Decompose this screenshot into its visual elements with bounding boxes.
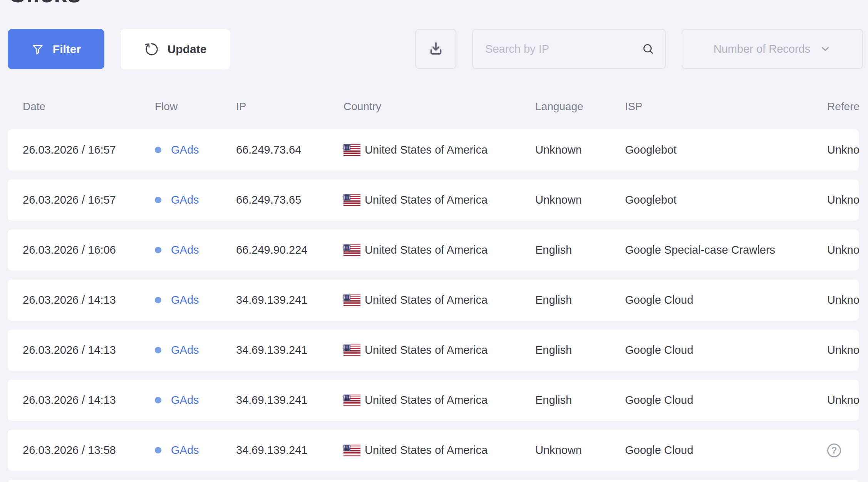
cell-date: 26.03.2026 / 13:58	[23, 444, 155, 457]
table-body: 26.03.2026 / 16:57 GAds 66.249.73.64 Uni…	[8, 129, 859, 482]
column-header-ip: IP	[236, 100, 344, 113]
us-flag-icon	[344, 194, 360, 206]
records-count-select[interactable]: Number of Records	[682, 29, 863, 69]
cell-isp: Google Cloud	[625, 444, 827, 457]
cell-referer: Unknown ?	[827, 144, 859, 156]
cell-text: United States of America	[365, 244, 488, 256]
flow-status-dot	[155, 247, 161, 253]
flow-link[interactable]: GAds	[171, 144, 199, 156]
us-flag-icon	[344, 244, 360, 256]
flow-link[interactable]: GAds	[171, 194, 199, 206]
cell-date: 26.03.2026 / 14:13	[23, 394, 155, 407]
column-header-isp: ISP	[625, 100, 827, 113]
update-button[interactable]: Update	[121, 29, 230, 69]
cell-isp: Google Cloud	[625, 344, 827, 356]
cell-flow: GAds	[155, 194, 236, 206]
filter-button-label: Filter	[53, 43, 81, 56]
chevron-down-icon	[819, 43, 831, 55]
records-count-value: Number of Records	[714, 43, 810, 55]
cell-isp: Google Special-case Crawlers	[625, 244, 827, 256]
cell-referer: Unknown ?	[827, 244, 859, 256]
flow-link[interactable]: GAds	[171, 444, 199, 457]
cell-country: United States of America	[344, 144, 535, 156]
cell-flow: GAds	[155, 294, 236, 306]
table-row: 26.03.2026 / 14:13 GAds 34.69.139.241 Un…	[8, 330, 859, 371]
column-header-language: Language	[535, 100, 625, 113]
cell-country: United States of America	[344, 294, 535, 306]
table-header-row: Date Flow IP Country Language ISP Refere…	[8, 94, 859, 119]
table-row: 26.03.2026 / 14:13 GAds 34.69.139.241 Un…	[8, 380, 859, 421]
cell-isp: Googlebot	[625, 194, 827, 206]
clicks-table: Date Flow IP Country Language ISP Refere…	[8, 94, 859, 482]
cell-isp: Google Cloud	[625, 394, 827, 407]
filter-button[interactable]: Filter	[8, 29, 104, 69]
cell-country: United States of America	[344, 194, 535, 206]
cell-text: United States of America	[365, 394, 488, 407]
funnel-icon	[31, 43, 44, 56]
us-flag-icon	[344, 395, 360, 406]
cell-date: 26.03.2026 / 16:57	[23, 194, 155, 206]
us-flag-icon	[344, 445, 360, 456]
table-row: 26.03.2026 / 16:57 GAds 66.249.73.65 Uni…	[8, 179, 859, 221]
cell-flow: GAds	[155, 144, 236, 156]
flow-status-dot	[155, 347, 161, 353]
flow-link[interactable]: GAds	[171, 294, 199, 306]
search-box	[472, 29, 666, 69]
cell-language: Unknown	[535, 194, 625, 206]
cell-text: Unknown	[827, 194, 859, 206]
flow-status-dot	[155, 297, 161, 303]
cell-flow: GAds	[155, 344, 236, 356]
cell-ip: 34.69.139.241	[236, 444, 344, 457]
cell-language: English	[535, 344, 625, 356]
help-icon[interactable]: ?	[827, 444, 841, 457]
cell-referer: Unknown ?	[827, 344, 859, 356]
search-input[interactable]	[473, 30, 641, 68]
table-row: 26.03.2026 / 13:58 GAds 34.69.139.241 Un…	[8, 430, 859, 471]
cell-language: Unknown	[535, 444, 625, 457]
download-button[interactable]	[415, 29, 456, 69]
cell-text: Unknown	[827, 144, 859, 156]
cell-text: Unknown	[827, 294, 859, 306]
cell-isp: Googlebot	[625, 144, 827, 156]
cell-text: Unknown	[827, 244, 859, 256]
cell-language: English	[535, 294, 625, 306]
cell-ip: 34.69.139.241	[236, 344, 344, 356]
cell-ip: 34.69.139.241	[236, 394, 344, 407]
cell-country: United States of America	[344, 444, 535, 457]
cell-text: United States of America	[365, 294, 488, 306]
flow-status-dot	[155, 397, 161, 403]
flow-status-dot	[155, 447, 161, 454]
refresh-icon	[144, 42, 159, 57]
search-icon	[641, 42, 655, 56]
cell-text: Unknown	[827, 344, 859, 356]
us-flag-icon	[344, 345, 360, 356]
cell-language: English	[535, 394, 625, 407]
flow-link[interactable]: GAds	[171, 244, 199, 256]
table-row: 26.03.2026 / 16:57 GAds 66.249.73.64 Uni…	[8, 129, 859, 171]
column-header-country: Country	[344, 100, 535, 113]
cell-date: 26.03.2026 / 16:57	[23, 144, 155, 156]
cell-date: 26.03.2026 / 14:13	[23, 344, 155, 356]
table-row: 26.03.2026 / 14:13 GAds 34.69.139.241 Un…	[8, 279, 859, 321]
flow-link[interactable]: GAds	[171, 394, 199, 407]
cell-language: Unknown	[535, 144, 625, 156]
cell-text: United States of America	[365, 344, 488, 356]
cell-ip: 34.69.139.241	[236, 294, 344, 306]
cell-flow: GAds	[155, 244, 236, 256]
cell-date: 26.03.2026 / 16:06	[23, 244, 155, 256]
column-header-referer: Referer	[827, 100, 859, 113]
us-flag-icon	[344, 144, 360, 156]
download-icon	[427, 40, 445, 58]
cell-text: Unknown	[827, 394, 859, 406]
column-header-flow: Flow	[155, 100, 236, 113]
cell-referer: Unknown ?	[827, 394, 859, 407]
cell-flow: GAds	[155, 394, 236, 407]
cell-text: United States of America	[365, 444, 488, 457]
cell-referer: Unknown ?	[827, 194, 859, 206]
cell-ip: 66.249.73.65	[236, 194, 344, 206]
page-title: Clicks	[8, 0, 81, 6]
flow-status-dot	[155, 197, 161, 203]
cell-country: United States of America	[344, 244, 535, 256]
cell-ip: 66.249.73.64	[236, 144, 344, 156]
flow-link[interactable]: GAds	[171, 344, 199, 356]
